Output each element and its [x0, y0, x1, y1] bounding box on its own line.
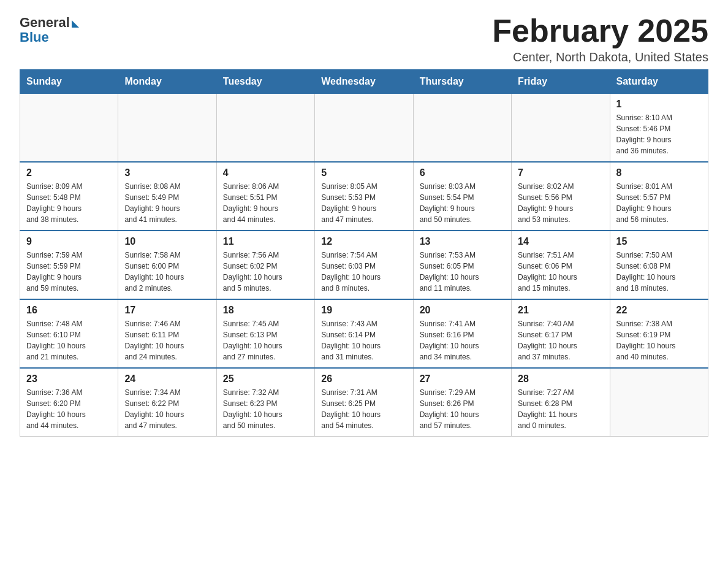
title-area: February 2025 Center, North Dakota, Unit… [492, 15, 708, 64]
day-info: Sunrise: 7:38 AM Sunset: 6:19 PM Dayligh… [616, 318, 702, 362]
table-row: 17Sunrise: 7:46 AM Sunset: 6:11 PM Dayli… [118, 299, 216, 368]
day-number: 22 [616, 305, 702, 316]
page-header: General Blue February 2025 Center, North… [20, 15, 708, 64]
day-info: Sunrise: 7:41 AM Sunset: 6:16 PM Dayligh… [420, 318, 505, 362]
day-info: Sunrise: 7:29 AM Sunset: 6:26 PM Dayligh… [420, 387, 505, 431]
table-row: 13Sunrise: 7:53 AM Sunset: 6:05 PM Dayli… [413, 231, 511, 299]
day-number: 27 [420, 373, 505, 385]
day-info: Sunrise: 7:27 AM Sunset: 6:28 PM Dayligh… [518, 387, 603, 431]
col-monday: Monday [118, 70, 216, 94]
table-row: 24Sunrise: 7:34 AM Sunset: 6:22 PM Dayli… [118, 368, 216, 437]
day-number: 13 [420, 236, 505, 247]
col-tuesday: Tuesday [216, 70, 314, 94]
table-row: 12Sunrise: 7:54 AM Sunset: 6:03 PM Dayli… [315, 231, 413, 299]
day-number: 8 [616, 167, 702, 178]
day-info: Sunrise: 7:58 AM Sunset: 6:00 PM Dayligh… [124, 250, 210, 294]
day-info: Sunrise: 7:36 AM Sunset: 6:20 PM Dayligh… [26, 387, 112, 431]
table-row: 1Sunrise: 8:10 AM Sunset: 5:46 PM Daylig… [610, 94, 708, 163]
day-info: Sunrise: 8:03 AM Sunset: 5:54 PM Dayligh… [420, 181, 505, 225]
table-row: 5Sunrise: 8:05 AM Sunset: 5:53 PM Daylig… [315, 162, 413, 231]
table-row: 20Sunrise: 7:41 AM Sunset: 6:16 PM Dayli… [413, 299, 511, 368]
day-info: Sunrise: 8:01 AM Sunset: 5:57 PM Dayligh… [616, 181, 702, 225]
day-info: Sunrise: 8:06 AM Sunset: 5:51 PM Dayligh… [223, 181, 308, 225]
table-row: 4Sunrise: 8:06 AM Sunset: 5:51 PM Daylig… [216, 162, 314, 231]
day-number: 21 [518, 305, 603, 316]
table-row [216, 94, 314, 163]
calendar-week-4: 16Sunrise: 7:48 AM Sunset: 6:10 PM Dayli… [20, 299, 708, 368]
table-row: 6Sunrise: 8:03 AM Sunset: 5:54 PM Daylig… [413, 162, 511, 231]
day-number: 28 [518, 373, 603, 385]
day-number: 19 [321, 305, 406, 316]
table-row: 8Sunrise: 8:01 AM Sunset: 5:57 PM Daylig… [610, 162, 708, 231]
month-title: February 2025 [492, 15, 708, 47]
day-number: 1 [616, 99, 702, 110]
logo-blue-text: Blue [20, 29, 49, 45]
day-number: 4 [223, 167, 308, 178]
table-row [118, 94, 216, 163]
day-info: Sunrise: 8:08 AM Sunset: 5:49 PM Dayligh… [124, 181, 210, 225]
location-subtitle: Center, North Dakota, United States [492, 50, 708, 64]
day-number: 17 [124, 305, 210, 316]
day-number: 20 [420, 305, 505, 316]
table-row: 26Sunrise: 7:31 AM Sunset: 6:25 PM Dayli… [315, 368, 413, 437]
table-row: 16Sunrise: 7:48 AM Sunset: 6:10 PM Dayli… [20, 299, 118, 368]
table-row: 27Sunrise: 7:29 AM Sunset: 6:26 PM Dayli… [413, 368, 511, 437]
table-row [512, 94, 610, 163]
col-wednesday: Wednesday [315, 70, 413, 94]
table-row: 25Sunrise: 7:32 AM Sunset: 6:23 PM Dayli… [216, 368, 314, 437]
table-row: 21Sunrise: 7:40 AM Sunset: 6:17 PM Dayli… [512, 299, 610, 368]
day-number: 25 [223, 373, 308, 385]
table-row: 23Sunrise: 7:36 AM Sunset: 6:20 PM Dayli… [20, 368, 118, 437]
table-row: 15Sunrise: 7:50 AM Sunset: 6:08 PM Dayli… [610, 231, 708, 299]
table-row [413, 94, 511, 163]
table-row: 22Sunrise: 7:38 AM Sunset: 6:19 PM Dayli… [610, 299, 708, 368]
calendar-table: Sunday Monday Tuesday Wednesday Thursday… [20, 69, 708, 437]
col-thursday: Thursday [413, 70, 511, 94]
day-info: Sunrise: 7:46 AM Sunset: 6:11 PM Dayligh… [124, 318, 210, 362]
day-number: 9 [26, 236, 112, 247]
col-saturday: Saturday [610, 70, 708, 94]
day-number: 24 [124, 373, 210, 385]
calendar-week-3: 9Sunrise: 7:59 AM Sunset: 5:59 PM Daylig… [20, 231, 708, 299]
day-info: Sunrise: 7:43 AM Sunset: 6:14 PM Dayligh… [321, 318, 406, 362]
day-info: Sunrise: 8:10 AM Sunset: 5:46 PM Dayligh… [616, 112, 702, 156]
table-row: 9Sunrise: 7:59 AM Sunset: 5:59 PM Daylig… [20, 231, 118, 299]
day-number: 26 [321, 373, 406, 385]
calendar-week-2: 2Sunrise: 8:09 AM Sunset: 5:48 PM Daylig… [20, 162, 708, 231]
table-row [315, 94, 413, 163]
day-number: 3 [124, 167, 210, 178]
day-number: 10 [124, 236, 210, 247]
table-row: 18Sunrise: 7:45 AM Sunset: 6:13 PM Dayli… [216, 299, 314, 368]
day-info: Sunrise: 7:54 AM Sunset: 6:03 PM Dayligh… [321, 250, 406, 294]
table-row: 10Sunrise: 7:58 AM Sunset: 6:00 PM Dayli… [118, 231, 216, 299]
day-number: 7 [518, 167, 603, 178]
table-row: 3Sunrise: 8:08 AM Sunset: 5:49 PM Daylig… [118, 162, 216, 231]
day-info: Sunrise: 7:34 AM Sunset: 6:22 PM Dayligh… [124, 387, 210, 431]
day-number: 15 [616, 236, 702, 247]
day-info: Sunrise: 7:48 AM Sunset: 6:10 PM Dayligh… [26, 318, 112, 362]
logo: General Blue [20, 15, 79, 45]
day-number: 23 [26, 373, 112, 385]
day-info: Sunrise: 7:50 AM Sunset: 6:08 PM Dayligh… [616, 250, 702, 294]
table-row: 14Sunrise: 7:51 AM Sunset: 6:06 PM Dayli… [512, 231, 610, 299]
table-row: 11Sunrise: 7:56 AM Sunset: 6:02 PM Dayli… [216, 231, 314, 299]
day-number: 5 [321, 167, 406, 178]
day-number: 14 [518, 236, 603, 247]
day-info: Sunrise: 8:05 AM Sunset: 5:53 PM Dayligh… [321, 181, 406, 225]
day-number: 6 [420, 167, 505, 178]
logo-arrow-icon [72, 20, 79, 28]
day-info: Sunrise: 7:59 AM Sunset: 5:59 PM Dayligh… [26, 250, 112, 294]
col-sunday: Sunday [20, 70, 118, 94]
day-number: 11 [223, 236, 308, 247]
day-info: Sunrise: 8:02 AM Sunset: 5:56 PM Dayligh… [518, 181, 603, 225]
day-info: Sunrise: 8:09 AM Sunset: 5:48 PM Dayligh… [26, 181, 112, 225]
calendar-week-1: 1Sunrise: 8:10 AM Sunset: 5:46 PM Daylig… [20, 94, 708, 163]
day-number: 18 [223, 305, 308, 316]
table-row: 2Sunrise: 8:09 AM Sunset: 5:48 PM Daylig… [20, 162, 118, 231]
day-number: 2 [26, 167, 112, 178]
day-info: Sunrise: 7:40 AM Sunset: 6:17 PM Dayligh… [518, 318, 603, 362]
calendar-week-5: 23Sunrise: 7:36 AM Sunset: 6:20 PM Dayli… [20, 368, 708, 437]
day-info: Sunrise: 7:51 AM Sunset: 6:06 PM Dayligh… [518, 250, 603, 294]
logo-general-text: General [20, 15, 79, 31]
day-number: 16 [26, 305, 112, 316]
